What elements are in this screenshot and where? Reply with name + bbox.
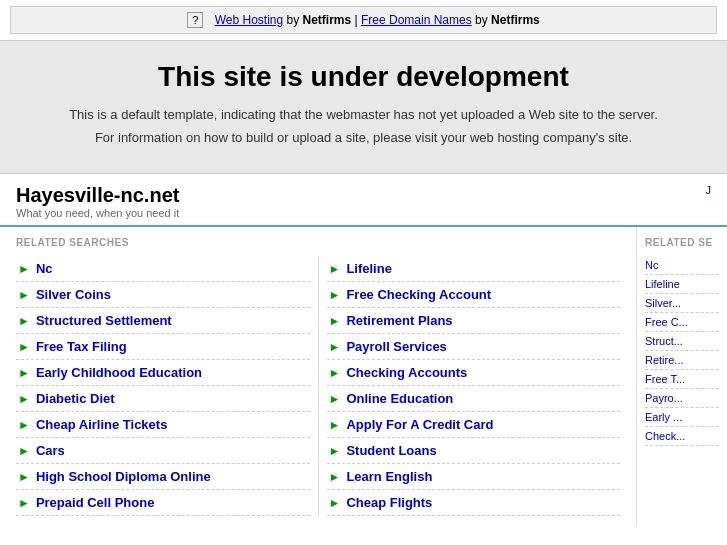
- web-hosting-link[interactable]: Web Hosting: [215, 13, 283, 27]
- arrow-icon: ►: [18, 262, 30, 276]
- right-search-item: ►Online Education: [327, 386, 621, 412]
- j-link[interactable]: J: [706, 184, 712, 196]
- left-search-item: ►Cheap Airline Tickets: [16, 412, 310, 438]
- left-search-link-6[interactable]: Cheap Airline Tickets: [36, 417, 168, 432]
- under-dev-para2: For information on how to build or uploa…: [40, 130, 687, 145]
- arrow-icon: ►: [18, 444, 30, 458]
- right-panel-link-2[interactable]: Silver...: [645, 297, 681, 309]
- right-panel-item: Early ...: [645, 408, 719, 427]
- arrow-icon: ►: [18, 314, 30, 328]
- arrow-icon: ►: [329, 314, 341, 328]
- site-subtitle: What you need, when you need it: [16, 207, 711, 219]
- left-panel: RELATED SEARCHES ►Nc►Silver Coins►Struct…: [0, 227, 637, 526]
- left-search-item: ►Free Tax Filing: [16, 334, 310, 360]
- right-search-link-1[interactable]: Free Checking Account: [346, 287, 491, 302]
- left-search-link-0[interactable]: Nc: [36, 261, 53, 276]
- arrow-icon: ►: [329, 418, 341, 432]
- arrow-icon: ►: [329, 366, 341, 380]
- arrow-icon: ►: [18, 340, 30, 354]
- right-search-link-2[interactable]: Retirement Plans: [346, 313, 452, 328]
- left-search-item: ►Structured Settlement: [16, 308, 310, 334]
- netfirms-label-1: Netfirms: [303, 13, 352, 27]
- left-search-link-5[interactable]: Diabetic Diet: [36, 391, 115, 406]
- left-search-item: ►Diabetic Diet: [16, 386, 310, 412]
- right-panel-item: Retire...: [645, 351, 719, 370]
- left-search-link-1[interactable]: Silver Coins: [36, 287, 111, 302]
- main-content: RELATED SEARCHES ►Nc►Silver Coins►Struct…: [0, 227, 727, 526]
- right-panel-link-6[interactable]: Free T...: [645, 373, 685, 385]
- left-search-item: ►Cars: [16, 438, 310, 464]
- right-panel-item: Lifeline: [645, 275, 719, 294]
- search-columns: ►Nc►Silver Coins►Structured Settlement►F…: [16, 256, 620, 516]
- arrow-icon: ►: [18, 496, 30, 510]
- right-panel-link-8[interactable]: Early ...: [645, 411, 682, 423]
- right-panel-item: Free T...: [645, 370, 719, 389]
- right-panel-item: Nc: [645, 256, 719, 275]
- left-search-item: ►Early Childhood Education: [16, 360, 310, 386]
- left-search-col: ►Nc►Silver Coins►Structured Settlement►F…: [16, 256, 310, 516]
- right-panel-link-7[interactable]: Payro...: [645, 392, 683, 404]
- left-search-link-3[interactable]: Free Tax Filing: [36, 339, 127, 354]
- under-dev-heading: This site is under development: [40, 61, 687, 93]
- right-panel-items: NcLifelineSilver...Free C...Struct...Ret…: [645, 256, 719, 446]
- left-search-link-7[interactable]: Cars: [36, 443, 65, 458]
- arrow-icon: ►: [18, 418, 30, 432]
- arrow-icon: ►: [329, 444, 341, 458]
- related-searches-label-right: RELATED SE: [645, 237, 719, 248]
- right-panel-item: Check...: [645, 427, 719, 446]
- left-search-link-4[interactable]: Early Childhood Education: [36, 365, 202, 380]
- right-panel-link-0[interactable]: Nc: [645, 259, 658, 271]
- under-dev-para1: This is a default template, indicating t…: [40, 107, 687, 122]
- right-search-link-4[interactable]: Checking Accounts: [346, 365, 467, 380]
- netfirms-label-2: Netfirms: [491, 13, 540, 27]
- right-search-item: ►Student Loans: [327, 438, 621, 464]
- col-divider: [318, 256, 319, 516]
- left-search-item: ►Nc: [16, 256, 310, 282]
- right-search-link-3[interactable]: Payroll Services: [346, 339, 446, 354]
- right-panel-link-9[interactable]: Check...: [645, 430, 685, 442]
- by-text-1: by: [287, 13, 303, 27]
- right-search-item: ►Lifeline: [327, 256, 621, 282]
- site-title: Hayesville-nc.net: [16, 184, 711, 207]
- arrow-icon: ►: [18, 470, 30, 484]
- left-search-item: ►Silver Coins: [16, 282, 310, 308]
- arrow-icon: ►: [329, 288, 341, 302]
- left-search-link-9[interactable]: Prepaid Cell Phone: [36, 495, 154, 510]
- top-banner: ? Web Hosting by Netfirms | Free Domain …: [10, 6, 717, 34]
- arrow-icon: ►: [18, 288, 30, 302]
- under-development-section: This site is under development This is a…: [0, 40, 727, 174]
- right-panel-link-4[interactable]: Struct...: [645, 335, 683, 347]
- right-panel-item: Payro...: [645, 389, 719, 408]
- arrow-icon: ►: [329, 262, 341, 276]
- right-search-item: ►Learn English: [327, 464, 621, 490]
- right-panel-item: Free C...: [645, 313, 719, 332]
- right-search-col: ►Lifeline►Free Checking Account►Retireme…: [327, 256, 621, 516]
- right-panel: RELATED SE NcLifelineSilver...Free C...S…: [637, 227, 727, 526]
- right-panel-item: Silver...: [645, 294, 719, 313]
- right-search-item: ►Cheap Flights: [327, 490, 621, 516]
- free-domain-link[interactable]: Free Domain Names: [361, 13, 472, 27]
- arrow-icon: ►: [18, 366, 30, 380]
- right-panel-link-5[interactable]: Retire...: [645, 354, 684, 366]
- right-search-item: ►Checking Accounts: [327, 360, 621, 386]
- right-panel-item: Struct...: [645, 332, 719, 351]
- left-search-link-2[interactable]: Structured Settlement: [36, 313, 172, 328]
- site-header: J Hayesville-nc.net What you need, when …: [0, 174, 727, 227]
- right-search-link-5[interactable]: Online Education: [346, 391, 453, 406]
- right-panel-link-1[interactable]: Lifeline: [645, 278, 680, 290]
- right-search-link-9[interactable]: Cheap Flights: [346, 495, 432, 510]
- right-search-link-0[interactable]: Lifeline: [346, 261, 392, 276]
- arrow-icon: ►: [329, 392, 341, 406]
- right-search-link-7[interactable]: Student Loans: [346, 443, 436, 458]
- right-panel-link-3[interactable]: Free C...: [645, 316, 688, 328]
- arrow-icon: ►: [18, 392, 30, 406]
- left-search-item: ►High School Diploma Online: [16, 464, 310, 490]
- related-searches-label-left: RELATED SEARCHES: [16, 237, 620, 248]
- arrow-icon: ►: [329, 340, 341, 354]
- left-search-link-8[interactable]: High School Diploma Online: [36, 469, 211, 484]
- question-mark-icon: ?: [187, 12, 203, 28]
- right-search-item: ►Payroll Services: [327, 334, 621, 360]
- right-search-item: ►Free Checking Account: [327, 282, 621, 308]
- right-search-link-6[interactable]: Apply For A Credit Card: [346, 417, 493, 432]
- right-search-link-8[interactable]: Learn English: [346, 469, 432, 484]
